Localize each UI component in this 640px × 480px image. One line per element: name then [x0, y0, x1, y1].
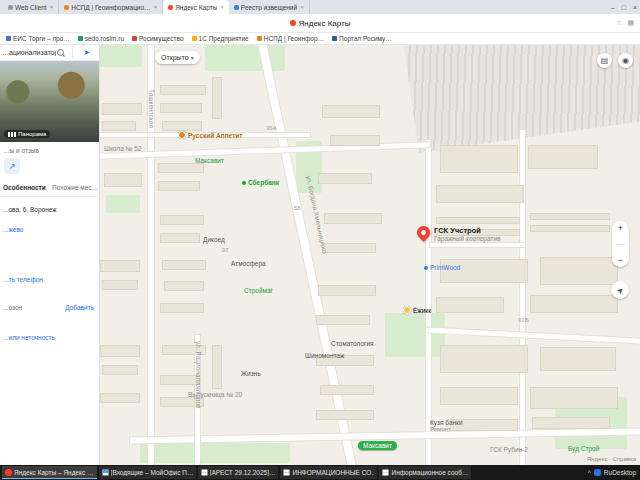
bookmark-label: Росимущество [139, 35, 183, 42]
taskbar-item-arrest-doc[interactable]: [АРЕСТ 29.12.2025]… [198, 466, 279, 479]
maximize-icon[interactable]: □ [622, 4, 626, 11]
map-building [530, 387, 618, 409]
map-road [520, 130, 525, 465]
zoom-out-button[interactable]: − [618, 255, 623, 265]
show-phone-link[interactable]: …ть телефон [2, 276, 43, 283]
tab-yandex-maps[interactable]: Яндекс Карты × [163, 0, 229, 14]
browser-tab-strip: Web Client × НСПД | Геоинформацио… × Янд… [0, 0, 640, 14]
poi-stroymag[interactable]: Строймаг [244, 287, 273, 294]
poi-zhizn[interactable]: Жизнь [241, 370, 261, 377]
close-tab-icon[interactable]: × [50, 4, 54, 10]
minimize-icon[interactable]: – [611, 4, 615, 11]
bookmark-star-icon[interactable]: ☆ [616, 19, 622, 27]
routes-icon[interactable]: ➤ [83, 48, 90, 57]
tab-label: Реестр извещений [241, 4, 297, 11]
zoom-in-button[interactable]: + [618, 223, 623, 233]
address-bar-title: Яндекс Карты [299, 19, 351, 28]
search-bar[interactable]: …ационализаторов ➤ [0, 45, 99, 61]
poi-maksavit[interactable]: Максавит [195, 157, 224, 164]
close-tab-icon[interactable]: × [154, 4, 158, 10]
poi-russky-appetit[interactable]: Русский Аппетит [178, 131, 243, 139]
poi-sberbank[interactable]: Сбербанк [242, 179, 279, 186]
search-icon[interactable] [57, 49, 65, 57]
map-building [160, 103, 202, 113]
poi-bud-stroy[interactable]: Буд Строй [568, 445, 599, 452]
layers-button[interactable]: ▤ [597, 53, 612, 68]
geolocation-button[interactable]: ➤ [611, 281, 629, 299]
panorama-chip[interactable]: Панорама [4, 130, 50, 138]
search-input[interactable]: …ационализаторов [2, 49, 56, 56]
poi-maksavit-pill[interactable]: Максавит [358, 441, 397, 450]
org-subtitle: Гаражный кооператив [434, 235, 500, 242]
district-link[interactable]: …жево [2, 226, 23, 233]
report-error-link[interactable]: …или неточность [2, 334, 55, 341]
panoramas-button[interactable]: ◉ [618, 53, 633, 68]
bookmark-eis[interactable]: ЕИС Торги – про… [6, 35, 70, 42]
divider [0, 196, 99, 197]
tab-similar-places[interactable]: Похожие мес… [52, 184, 98, 191]
open-now-filter[interactable]: Открыто ▾ [155, 51, 200, 64]
chevron-down-icon: ▾ [191, 54, 194, 61]
map-building [160, 375, 200, 385]
close-tab-icon[interactable]: × [300, 4, 304, 10]
map-building [158, 181, 200, 191]
street-label: Ташкентская [148, 89, 155, 128]
bookmark-icon [332, 36, 337, 41]
selected-org-label[interactable]: ГСК Учстрой Гаражный кооператив [434, 226, 500, 242]
bookmark-sedo[interactable]: sedo.rosim.ru [78, 35, 124, 42]
taskbar-item-mail[interactable]: [Входящие – МойОфис П… [99, 466, 196, 479]
map-attribution[interactable]: Яндекс · Справка [587, 456, 636, 462]
tab-web-client[interactable]: Web Client × [3, 0, 59, 14]
poi-tire-service[interactable]: Шиномонтаж [305, 352, 344, 359]
map-canvas[interactable]: Ташкентская ул. Богдана Хмельницкого ул.… [100, 45, 640, 465]
system-tray: ^ RuDesktop [588, 466, 638, 479]
map-building [100, 345, 140, 357]
taskbar-label: Яндекс Карты – Яндекс … [14, 469, 94, 476]
bookmark-icon [257, 36, 262, 41]
bookmark-rosim[interactable]: Росимущество [132, 35, 183, 42]
bookmark-icon [132, 36, 137, 41]
collections-icon[interactable]: ▦ [627, 19, 634, 27]
poi-stomatology[interactable]: Стоматология [331, 340, 374, 347]
close-tab-icon[interactable]: × [220, 4, 224, 10]
bookmark-label: НСПД | Геоинфор… [264, 35, 324, 42]
notepad-icon [201, 469, 208, 476]
tab-features[interactable]: Особенности [3, 184, 46, 191]
map-building [540, 347, 616, 371]
tray-app-label[interactable]: RuDesktop [604, 469, 636, 476]
rudesktop-icon[interactable] [594, 469, 601, 476]
bookmark-1c[interactable]: 1С Предприятие [192, 35, 249, 42]
bookmark-label: Портал Росиму… [339, 35, 392, 42]
bookmark-portal[interactable]: Портал Росиму… [332, 35, 392, 42]
close-icon[interactable]: × [633, 4, 637, 11]
poi-school[interactable]: Школа № 52 [104, 145, 142, 152]
poi-dikoed[interactable]: Дикоед [203, 236, 225, 243]
house-number: 36А [266, 125, 277, 131]
map-building [160, 215, 204, 225]
taskbar-item-browser[interactable]: Яндекс Карты – Яндекс … [2, 466, 97, 479]
panorama-photo[interactable]: Панорама [0, 61, 99, 142]
map-building [436, 297, 504, 313]
bookmark-nspd[interactable]: НСПД | Геоинфор… [257, 35, 324, 42]
tray-chevron-icon[interactable]: ^ [588, 469, 591, 476]
org-card-panel: …ационализаторов ➤ Панорама …ы и отзыв ↗… [0, 45, 100, 465]
poi-atmosfera[interactable]: Атмосфера [231, 260, 266, 267]
poi-sublabel: Ремонт [430, 426, 463, 433]
tab-nspd[interactable]: НСПД | Геоинформацио… × [59, 0, 163, 14]
org-poi-icon [424, 266, 428, 270]
poi-ezhikk[interactable]: Ёжикк [403, 306, 431, 314]
tab-registry[interactable]: Реестр извещений × [229, 0, 310, 14]
taskbar-item-info-doc[interactable]: ИНФОРМАЦИОННЫЕ СО… [280, 466, 377, 479]
share-button[interactable]: ↗ [4, 158, 20, 174]
poi-gsk-rubin[interactable]: ГСК Рубин-2 [490, 446, 528, 453]
map-building [440, 145, 518, 173]
reviews-fragment[interactable]: …ы и отзыв [3, 147, 39, 154]
taskbar-label: [Входящие – МойОфис П… [111, 469, 193, 476]
poi-primwood[interactable]: PrimWood [424, 264, 460, 271]
poi-no20[interactable]: Выпускница № 20 [188, 391, 242, 398]
add-link[interactable]: Добавить [65, 304, 94, 311]
poi-kuzya-banki[interactable]: Кузя банки Ремонт [430, 419, 463, 433]
address-bar[interactable]: Яндекс Карты ☆ ▦ [0, 14, 640, 33]
taskbar-item-info-message[interactable]: Информационное сооб… [379, 466, 471, 479]
poi-label: PrimWood [430, 264, 460, 271]
